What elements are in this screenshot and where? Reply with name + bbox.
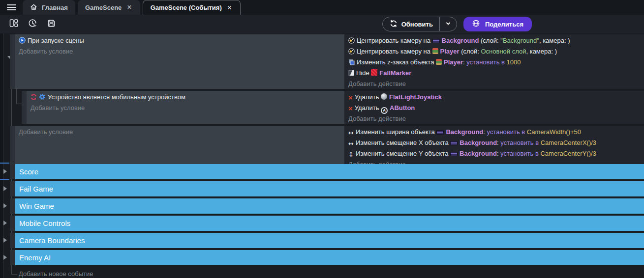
action-row[interactable]: ↔Изменить ширина объекта Background: уст… [348, 127, 644, 138]
event-group-row: Fail Game [10, 181, 644, 196]
action-row[interactable]: Hide FallMarker [348, 68, 644, 79]
group-bar-score[interactable]: Score [15, 164, 644, 179]
action-row-text: FlatLightJoystick [389, 93, 442, 101]
action-row-text: установить в [466, 58, 505, 66]
refresh-split-button: Обновить [382, 17, 457, 31]
action-row-text: , камера: ) [539, 37, 570, 44]
background-object-icon [436, 128, 446, 136]
action-row-text: Удалить [355, 93, 381, 101]
group-bar-fail-game[interactable]: Fail Game [15, 181, 644, 196]
chevron-down-icon [445, 20, 451, 28]
group-label: Win Game [19, 202, 54, 210]
action-row-text: (слой: [460, 48, 481, 55]
event-block: При запуске сценыДобавить условиеЦентрир… [10, 34, 644, 89]
action-row[interactable]: Центрировать камеру на Player (слой: Осн… [348, 47, 644, 57]
action-row[interactable]: Изменить z-заказ объекта Player: установ… [348, 57, 644, 68]
action-row[interactable]: ↔Изменить смещение X объекта Background:… [348, 138, 644, 149]
group-drag-handle[interactable] [10, 198, 15, 214]
action-row-text: 1000 [505, 58, 521, 66]
group-expand-icon[interactable] [3, 238, 7, 243]
groups-container: ScoreFail GameWin GameMobile ControlsCam… [10, 164, 644, 267]
add-event-button[interactable]: Добавить новое событие [19, 270, 93, 278]
group-expand-icon[interactable] [3, 221, 7, 225]
event-group-row: Win Game [10, 198, 644, 214]
tab-label: GameScene [85, 4, 122, 11]
save-icon [47, 19, 56, 30]
tab-gamescene[interactable]: GameScene× [78, 0, 140, 15]
history-button[interactable] [24, 17, 41, 31]
refresh-icon [390, 20, 398, 29]
add-condition-button[interactable]: Добавить условие [19, 127, 344, 137]
platform-icon [31, 93, 37, 103]
action-row-text: , камера: ) [526, 48, 557, 55]
action-row[interactable]: ×Удалить FlatLightJoystick [348, 92, 644, 103]
player-object-icon [436, 58, 444, 66]
group-expand-icon[interactable] [3, 169, 7, 174]
group-drag-handle[interactable] [10, 233, 15, 248]
background-object-icon [450, 150, 460, 157]
menu-button[interactable] [0, 0, 23, 15]
offset-x-icon: ↔ [348, 139, 354, 149]
save-button[interactable] [42, 17, 60, 31]
event-drag-handle[interactable] [10, 34, 15, 89]
action-row-text: Изменить ширина объекта [356, 128, 437, 136]
action-row-text: Изменить z-заказ объекта [357, 58, 436, 66]
add-action-button[interactable]: Добавить действие [348, 114, 644, 124]
group-drag-handle[interactable] [10, 216, 15, 231]
refresh-dropdown-button[interactable] [440, 17, 457, 31]
player-object-icon [432, 48, 440, 55]
action-row-text: Background [460, 139, 497, 146]
background-object-icon [450, 139, 460, 146]
tab-close-icon[interactable]: × [226, 4, 233, 12]
action-row[interactable]: Центрировать камеру на Background (слой:… [348, 36, 644, 47]
tab-close-icon[interactable]: × [126, 3, 132, 11]
add-condition-button[interactable]: Добавить условие [19, 47, 344, 56]
action-row[interactable]: ×Удалить AAButton [348, 103, 644, 114]
share-button[interactable]: Поделиться [463, 17, 532, 31]
conditions-panel: Добавить условие [15, 126, 344, 169]
group-drag-handle[interactable] [10, 164, 15, 179]
group-expand-icon[interactable] [3, 203, 7, 208]
panels-icon [9, 18, 19, 30]
action-row-text: Изменить смещение X объекта [356, 139, 450, 146]
event-group-row: Camera Boundaries [10, 233, 644, 248]
event-block: Добавить условие↔Изменить ширина объекта… [10, 126, 644, 169]
group-bar-enemy-ai[interactable]: Enemy AI [15, 250, 644, 265]
camera-icon [348, 37, 355, 47]
tab-gamescene-события-[interactable]: GameScene (События)× [143, 0, 241, 15]
hide-icon [348, 69, 354, 79]
conditions-panel: Устройство является мобильным устройство… [27, 91, 344, 124]
action-row-text: установить в [487, 128, 525, 136]
refresh-button[interactable]: Обновить [383, 17, 439, 31]
add-condition-button[interactable]: Добавить условие [31, 103, 344, 113]
event-drag-handle[interactable] [10, 126, 15, 169]
home-icon [30, 3, 37, 12]
condition-row[interactable]: Устройство является мобильным устройство… [31, 92, 344, 103]
share-button-label: Поделиться [485, 21, 523, 28]
group-bar-camera-boundaries[interactable]: Camera Boundaries [15, 233, 644, 248]
group-expand-icon[interactable] [3, 186, 7, 191]
action-row-text: CameraWidth()+50 [525, 128, 581, 136]
action-row-text: Background [446, 128, 483, 136]
event-drag-handle[interactable] [22, 91, 27, 124]
action-row-text: (слой: [479, 37, 500, 44]
action-row[interactable]: ↕Изменить смещение Y объекта Background:… [348, 149, 644, 160]
group-expand-icon[interactable] [3, 255, 7, 260]
actions-panel: ×Удалить FlatLightJoystick×Удалить AABut… [344, 91, 644, 124]
action-row-text: установить в [500, 150, 539, 157]
group-label: Score [19, 167, 38, 176]
event-group-row: Enemy AI [10, 250, 644, 265]
add-action-button[interactable]: Добавить действие [348, 79, 644, 89]
action-row-text: Player [444, 58, 463, 66]
group-bar-win-game[interactable]: Win Game [15, 198, 644, 214]
panels-button[interactable] [5, 17, 23, 31]
group-drag-handle[interactable] [10, 250, 15, 265]
action-row-text: FallMarker [379, 69, 411, 77]
actions-panel: Центрировать камеру на Background (слой:… [344, 34, 644, 89]
group-drag-handle[interactable] [10, 181, 15, 196]
condition-row[interactable]: При запуске сцены [19, 36, 344, 47]
action-row-text: Background [460, 150, 497, 157]
group-bar-mobile-controls[interactable]: Mobile Controls [15, 216, 644, 231]
action-row-text: CameraCenterY()/3 [539, 150, 596, 157]
tab-главная[interactable]: Главная [23, 0, 75, 15]
